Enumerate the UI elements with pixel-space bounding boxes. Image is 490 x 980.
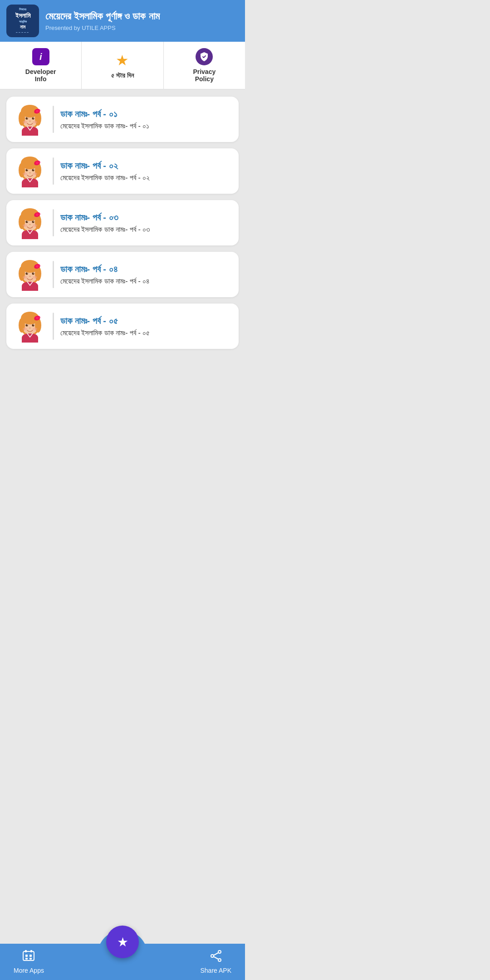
svg-point-45	[19, 266, 25, 281]
item-text-block: ডাক নামঃ- পর্ব - ০৪ মেয়েদের ইসলামিক ডাক…	[60, 264, 231, 285]
divider	[53, 106, 54, 133]
svg-point-67	[29, 328, 31, 328]
svg-point-11	[29, 121, 31, 122]
svg-point-49	[26, 273, 28, 275]
rate-button[interactable]: ★ ৫ স্টার দিন	[82, 42, 163, 89]
svg-point-69	[33, 328, 37, 330]
svg-point-68	[23, 328, 27, 330]
svg-point-52	[33, 273, 34, 274]
item-text-block: ডাক নামঃ- পর্ব - ০৩ মেয়েদের ইসলামিক ডাক…	[60, 212, 231, 234]
svg-point-26	[23, 172, 27, 175]
item-subtitle: মেয়েদের ইসলামিক ডাক নামঃ- পর্ব - ০৫	[60, 329, 231, 337]
svg-point-64	[32, 324, 34, 327]
svg-point-66	[33, 324, 34, 325]
svg-point-62	[36, 317, 39, 319]
info-icon: i	[32, 48, 49, 65]
divider	[53, 209, 54, 236]
svg-point-35	[26, 221, 28, 223]
svg-point-21	[26, 169, 28, 172]
divider	[53, 157, 54, 185]
header-text-block: মেয়েদের ইসলামিক পূর্ণাঙ্গ ও ডাক নাম Pre…	[45, 10, 239, 31]
item-title: ডাক নামঃ- পর্ব - ০৫	[60, 316, 231, 326]
list-item[interactable]: ডাক নামঃ- পর্ব - ০২ মেয়েদের ইসলামিক ডাক…	[6, 148, 239, 194]
girl-avatar	[14, 206, 46, 239]
svg-point-50	[32, 273, 34, 275]
svg-point-27	[33, 172, 37, 175]
svg-point-41	[33, 224, 37, 227]
svg-point-8	[32, 118, 34, 120]
item-title: ডাক নামঃ- পর্ব - ০১	[60, 109, 231, 119]
item-subtitle: মেয়েদের ইসলামিক ডাক নামঃ- পর্ব - ০২	[60, 174, 231, 182]
svg-point-54	[23, 276, 27, 279]
app-header: শিশুদের ইসলামি আধুনিক নাম ~~~~~ মেয়েদের…	[0, 0, 245, 42]
girl-avatar	[14, 155, 46, 187]
list-item[interactable]: ডাক নামঃ- পর্ব - ০৩ মেয়েদের ইসলামিক ডাক…	[6, 200, 239, 245]
svg-point-3	[19, 111, 25, 126]
content-list: ডাক নামঃ- পর্ব - ০১ মেয়েদের ইসলামিক ডাক…	[0, 89, 245, 356]
girl-avatar	[14, 103, 46, 136]
svg-point-40	[23, 224, 27, 227]
action-buttons-row: i DeveloperInfo ★ ৫ স্টার দিন PrivacyPol…	[0, 42, 245, 89]
svg-point-59	[19, 318, 25, 333]
svg-point-38	[33, 221, 34, 222]
item-text-block: ডাক নামঃ- পর্ব - ০১ মেয়েদের ইসলামিক ডাক…	[60, 109, 231, 130]
svg-point-34	[36, 213, 39, 216]
svg-point-20	[36, 162, 39, 164]
item-text-block: ডাক নামঃ- পর্ব - ০৫ মেয়েদের ইসলামিক ডাক…	[60, 316, 231, 337]
app-subtitle: Presented by UTILE APPS	[45, 24, 239, 31]
svg-point-9	[27, 118, 28, 118]
item-subtitle: মেয়েদের ইসলামিক ডাক নামঃ- পর্ব - ০৪	[60, 277, 231, 285]
privacy-policy-label: PrivacyPolicy	[193, 68, 216, 83]
app-title: মেয়েদের ইসলামিক পূর্ণাঙ্গ ও ডাক নাম	[45, 10, 239, 22]
list-item[interactable]: ডাক নামঃ- পর্ব - ০৫ মেয়েদের ইসলামিক ডাক…	[6, 304, 239, 349]
svg-point-24	[33, 169, 34, 170]
svg-point-39	[29, 224, 31, 225]
item-title: ডাক নামঃ- পর্ব - ০৪	[60, 264, 231, 274]
svg-point-65	[27, 324, 28, 325]
svg-point-13	[33, 121, 37, 123]
svg-point-36	[32, 221, 34, 223]
svg-point-51	[27, 273, 28, 274]
shield-icon	[196, 48, 213, 65]
svg-point-6	[36, 110, 39, 113]
girl-avatar	[14, 310, 46, 343]
svg-point-25	[29, 172, 31, 173]
divider	[53, 261, 54, 288]
svg-point-12	[23, 121, 27, 123]
svg-point-22	[32, 169, 34, 172]
developer-info-button[interactable]: i DeveloperInfo	[0, 42, 82, 89]
privacy-policy-button[interactable]: PrivacyPolicy	[164, 42, 245, 89]
svg-point-7	[26, 118, 28, 120]
svg-point-55	[33, 276, 37, 279]
svg-point-53	[29, 276, 31, 277]
item-title: ডাক নামঃ- পর্ব - ০৩	[60, 212, 231, 223]
svg-point-23	[27, 169, 28, 170]
list-item[interactable]: ডাক নামঃ- পর্ব - ০৪ মেয়েদের ইসলামিক ডাক…	[6, 252, 239, 297]
svg-point-17	[19, 163, 25, 177]
developer-info-label: DeveloperInfo	[25, 68, 56, 83]
item-subtitle: মেয়েদের ইসলামিক ডাক নামঃ- পর্ব - ০১	[60, 122, 231, 130]
star-rate-icon: ★	[114, 52, 131, 69]
svg-point-37	[27, 221, 28, 222]
list-item[interactable]: ডাক নামঃ- পর্ব - ০১ মেয়েদের ইসলামিক ডাক…	[6, 97, 239, 142]
svg-point-48	[36, 265, 39, 268]
rate-label: ৫ স্টার দিন	[111, 72, 134, 79]
item-subtitle: মেয়েদের ইসলামিক ডাক নামঃ- পর্ব - ০৩	[60, 225, 231, 234]
girl-avatar	[14, 258, 46, 291]
divider	[53, 313, 54, 340]
svg-point-31	[19, 215, 25, 229]
app-logo: শিশুদের ইসলামি আধুনিক নাম ~~~~~	[6, 5, 39, 37]
item-text-block: ডাক নামঃ- পর্ব - ০২ মেয়েদের ইসলামিক ডাক…	[60, 161, 231, 182]
svg-point-10	[33, 118, 34, 118]
item-title: ডাক নামঃ- পর্ব - ০২	[60, 161, 231, 171]
svg-point-63	[26, 324, 28, 327]
